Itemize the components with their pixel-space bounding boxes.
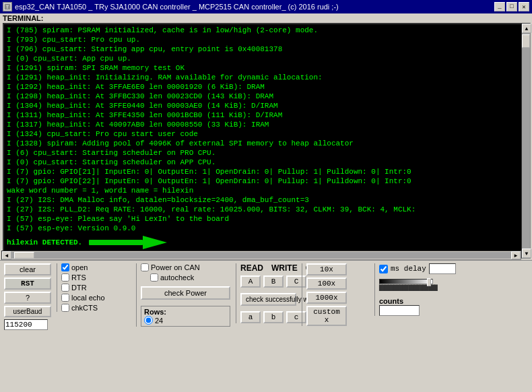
app-icon: T	[3, 2, 12, 11]
button-b[interactable]: b	[263, 311, 284, 323]
open-checkbox[interactable]	[61, 263, 69, 271]
scroll-thumb-v[interactable]	[522, 34, 530, 48]
read-write-clear-header: READ WRITE CLEAR	[240, 263, 296, 273]
ms-delay-label: ms delay	[391, 265, 426, 273]
rst-button[interactable]: RST	[4, 277, 51, 290]
counts-row: counts 1000	[379, 297, 528, 316]
terminal-output: I (785) spiram: PSRAM initialized, cache…	[3, 23, 523, 259]
detected-line: hilexin DETECTED.	[7, 233, 519, 252]
terminal-line: I (785) spiram: PSRAM initialized, cache…	[7, 26, 519, 35]
ms-delay-input[interactable]: 5	[429, 263, 456, 274]
dtr-checkbox[interactable]	[61, 284, 69, 292]
scrollbar-horizontal[interactable]: ◄ ►	[1, 251, 521, 260]
svg-rect-2	[89, 240, 143, 245]
counts-input[interactable]: 1000	[379, 305, 420, 316]
scroll-left-button[interactable]: ◄	[2, 251, 11, 259]
svg-marker-3	[143, 236, 167, 249]
scroll-right-button[interactable]: ►	[511, 251, 521, 259]
ms-delay-row: ms delay 5	[379, 263, 528, 274]
dtr-checkbox-row: DTR	[61, 284, 131, 292]
terminal-line: I (1304) heap_init: At 3FFE0440 len 0000…	[7, 101, 519, 110]
counts-label: counts	[379, 297, 528, 305]
rts-label: RTS	[71, 273, 86, 282]
power-on-can-label: Power on CAN	[151, 263, 200, 271]
rts-checkbox[interactable]	[61, 273, 69, 282]
autocheck-checkbox[interactable]	[150, 273, 158, 282]
rows-label: Rows:	[144, 308, 227, 316]
button-A[interactable]: A	[240, 275, 261, 288]
rows-24-label: 24	[155, 317, 163, 325]
svg-text:T: T	[6, 4, 9, 10]
power-on-can-row: Power on CAN	[141, 263, 230, 271]
chkcts-checkbox[interactable]	[61, 304, 69, 312]
terminal-line: I (1291) heap_init: Initializing. RAM av…	[7, 73, 519, 82]
scroll-thumb-h[interactable]	[14, 252, 34, 259]
abc-small-buttons-row: a b c	[240, 311, 296, 323]
terminal-line: I (1324) cpu_start: Pro cpu start user c…	[7, 129, 519, 139]
autocheck-label: autocheck	[160, 273, 194, 282]
question-button[interactable]: ?	[4, 292, 51, 304]
maximize-button[interactable]: □	[506, 2, 517, 11]
rows-radio-row: 24	[144, 316, 227, 325]
button-B[interactable]: B	[263, 275, 284, 288]
terminal-line: I (27) I2S: DMA Malloc info, datalen=blo…	[7, 195, 519, 205]
autocheck-row: autocheck	[150, 273, 230, 282]
terminal-line: I (57) esp-eye: Version 0.9.0	[7, 224, 519, 233]
slider-scale: ████████████████████	[379, 285, 528, 291]
baud-input[interactable]	[4, 319, 48, 330]
terminal-line: I (1291) spiram: SPI SRAM memory test OK	[7, 63, 519, 73]
ms-delay-checkbox[interactable]	[379, 265, 388, 273]
terminal-line: I (27) I2S: PLL_D2: Req RATE: 16000, rea…	[7, 205, 519, 214]
rts-checkbox-row: RTS	[61, 273, 131, 282]
terminal-line: wake word number = 1, word1 name = hilex…	[7, 186, 519, 195]
write-label: WRITE	[271, 263, 298, 273]
scroll-track-h	[11, 252, 511, 259]
terminal-line: I (6) cpu_start: Starting scheduler on P…	[7, 148, 519, 158]
100x-button[interactable]: 100x	[306, 277, 347, 290]
customx-button[interactable]: custom x	[306, 306, 347, 326]
local-echo-checkbox-row: local echo	[61, 294, 131, 302]
dtr-label: DTR	[71, 284, 87, 292]
terminal-line: I (796) cpu_start: Starting app cpu, ent…	[7, 44, 519, 54]
terminal-line: I (0) cpu_start: Starting scheduler on A…	[7, 158, 519, 167]
button-a[interactable]: a	[240, 311, 261, 323]
power-on-can-checkbox[interactable]	[141, 263, 149, 271]
close-button[interactable]: ✕	[519, 2, 529, 11]
title-bar: T esp32_CAN TJA1050 _ TRy SJA1000 CAN co…	[0, 0, 532, 13]
terminal-line: I (1317) heap_init: At 40097AB0 len 0000…	[7, 120, 519, 129]
clear-button[interactable]: clear	[4, 263, 51, 275]
chkcts-label: chkCTS	[71, 304, 98, 312]
bottom-panel: clear RST ? userBaud open RTS DTR local …	[0, 260, 532, 387]
scroll-track-v	[522, 33, 530, 249]
slider-thumb[interactable]	[427, 278, 431, 286]
minimize-button[interactable]: _	[494, 2, 505, 11]
check-power-button[interactable]: check Power	[141, 286, 230, 300]
open-label: open	[71, 263, 88, 271]
terminal-line: I (1311) heap_init: At 3FFE4350 len 0001…	[7, 110, 519, 120]
scroll-down-button[interactable]: ▼	[522, 249, 531, 258]
rows-section: Rows: 24	[141, 306, 230, 327]
scroll-up-button[interactable]: ▲	[522, 24, 531, 33]
delay-slider[interactable]	[379, 279, 433, 284]
terminal-line: I (0) cpu_start: App cpu up.	[7, 54, 519, 63]
slider-row: ████████████████████	[379, 279, 528, 291]
terminal-label: TERMINAL:	[0, 13, 532, 23]
terminal-line: I (7) gpio: GPIO[21]| InputEn: 0| Output…	[7, 167, 519, 176]
terminal-line: I (7) gpio: GPIO[22]| InputEn: 0| Output…	[7, 176, 519, 186]
terminal-line: I (57) esp-eye: Please say 'Hi LexIn' to…	[7, 214, 519, 224]
terminal-line: I (1298) heap_init: At 3FFBC330 len 0002…	[7, 92, 519, 101]
check-successfully-wrote-button[interactable]: check successfully wrote	[240, 293, 296, 306]
read-label: READ	[240, 263, 263, 273]
local-echo-checkbox[interactable]	[61, 294, 69, 302]
local-echo-label: local echo	[71, 294, 105, 302]
terminal-line: I (1292) heap_init: At 3FFAE6E0 len 0000…	[7, 82, 519, 92]
10x-button[interactable]: 10x	[306, 263, 347, 275]
1000x-button[interactable]: 1000x	[306, 292, 347, 304]
rows-24-radio[interactable]	[144, 316, 153, 325]
open-checkbox-row: open	[61, 263, 131, 271]
terminal-line: I (1328) spiram: Adding pool of 4096K of…	[7, 139, 519, 148]
window-title: esp32_CAN TJA1050 _ TRy SJA1000 CAN cont…	[15, 3, 339, 11]
user-baud-button[interactable]: userBaud	[4, 306, 51, 317]
chkcts-checkbox-row: chkCTS	[61, 304, 131, 312]
terminal-line: I (793) cpu_start: Pro cpu up.	[7, 35, 519, 44]
